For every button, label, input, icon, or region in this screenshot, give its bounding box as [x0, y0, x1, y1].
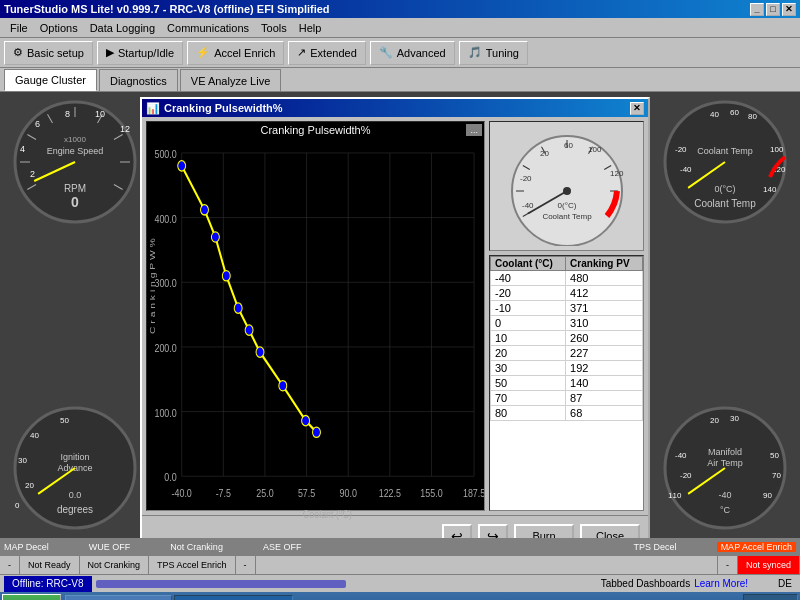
- not-cranking-cell: Not Cranking: [80, 556, 150, 574]
- map-decel-value: -: [0, 556, 20, 574]
- mini-coolant-gauge: -40 -20 20 60 100 120 0(°C) Coolant Temp: [489, 121, 644, 251]
- start-button[interactable]: ⊞ Start: [2, 594, 61, 600]
- table-cell: 227: [566, 346, 643, 361]
- svg-text:-20: -20: [680, 471, 692, 480]
- advanced-label: Advanced: [397, 47, 446, 59]
- advanced-button[interactable]: 🔧 Advanced: [370, 41, 455, 65]
- chart-title: Cranking Pulsewidth%: [147, 122, 484, 138]
- modal-chart-area: Cranking Pulsewidth% ...: [142, 117, 648, 515]
- modal-title-bar: 📊 Cranking Pulsewidth% ✕: [142, 99, 648, 117]
- svg-text:4: 4: [20, 144, 25, 154]
- svg-text:90.0: 90.0: [340, 487, 358, 499]
- svg-text:°C: °C: [720, 505, 731, 515]
- tabbed-dashboards-label: Tabbed Dashboards: [601, 578, 691, 589]
- indicator-row-2: - Not Ready Not Cranking TPS Accel Enric…: [0, 556, 800, 574]
- svg-point-90: [201, 205, 209, 215]
- maximize-button[interactable]: □: [766, 3, 780, 16]
- menu-file[interactable]: File: [4, 21, 34, 35]
- modal-body: Cranking Pulsewidth% ...: [142, 117, 648, 538]
- svg-text:60: 60: [564, 141, 573, 150]
- not-synced-cell: Not synced: [738, 556, 800, 574]
- svg-text:90: 90: [763, 491, 772, 500]
- table-cell: 192: [566, 361, 643, 376]
- extended-label: Extended: [310, 47, 356, 59]
- wue-off-indicator: WUE OFF: [89, 542, 131, 552]
- close-button[interactable]: ✕: [782, 3, 796, 16]
- extended-button[interactable]: ↗ Extended: [288, 41, 365, 65]
- svg-text:300.0: 300.0: [154, 277, 177, 289]
- svg-text:degrees: degrees: [57, 504, 93, 515]
- svg-text:x1000: x1000: [64, 135, 86, 144]
- svg-text:0.0: 0.0: [164, 471, 177, 483]
- svg-text:Coolant Temp: Coolant Temp: [542, 212, 592, 221]
- svg-text:60: 60: [730, 108, 739, 117]
- ase-off-value: -: [236, 556, 256, 574]
- ase-off-indicator: ASE OFF: [263, 542, 302, 552]
- tab-ve-analyze-live[interactable]: VE Analyze Live: [180, 69, 282, 91]
- svg-text:0(°C): 0(°C): [714, 184, 735, 194]
- taskbar-paint[interactable]: 🖌 Unbenannt - Paint: [65, 595, 172, 600]
- burn-button[interactable]: Burn: [514, 524, 574, 539]
- modal-close-button[interactable]: ✕: [630, 102, 644, 115]
- basic-setup-icon: ⚙: [13, 46, 23, 59]
- title-bar-controls: _ □ ✕: [750, 3, 796, 16]
- chart-panel: Cranking Pulsewidth% ...: [146, 121, 485, 511]
- coolant-temp-gauge: Coolant Temp 100 120 140 -20 -40 40 60 8…: [660, 97, 790, 227]
- menu-communications[interactable]: Communications: [161, 21, 255, 35]
- indicator-row-1: MAP Decel WUE OFF Not Cranking ASE OFF T…: [0, 538, 800, 556]
- svg-text:140: 140: [763, 185, 777, 194]
- tab-gauge-cluster[interactable]: Gauge Cluster: [4, 69, 97, 91]
- taskbar-tunerstudio[interactable]: ⚙ TunerStudio MS Lite!: [174, 595, 293, 600]
- svg-point-96: [279, 381, 287, 391]
- table-cell: 371: [566, 301, 643, 316]
- svg-text:120: 120: [610, 169, 624, 178]
- chart-more-button[interactable]: ...: [466, 124, 482, 136]
- modal-title-icon: 📊: [146, 102, 160, 115]
- svg-text:0.0: 0.0: [69, 490, 82, 500]
- table-row: 50140: [491, 376, 643, 391]
- table-header-coolant: Coolant (°C): [491, 257, 566, 271]
- right-panel: -40 -20 20 60 100 120 0(°C) Coolant Temp: [489, 121, 644, 511]
- svg-point-91: [211, 232, 219, 242]
- menu-data-logging[interactable]: Data Logging: [84, 21, 161, 35]
- extended-icon: ↗: [297, 46, 306, 59]
- startup-idle-button[interactable]: ▶ Startup/Idle: [97, 41, 183, 65]
- svg-text:-40: -40: [522, 201, 534, 210]
- connection-status: Offline: RRC-V8: [4, 576, 92, 592]
- svg-text:-20: -20: [675, 145, 687, 154]
- svg-text:0: 0: [71, 194, 79, 210]
- tab-diagnostics[interactable]: Diagnostics: [99, 69, 178, 91]
- tps-accel-enrich-cell: TPS Accel Enrich: [149, 556, 236, 574]
- svg-text:25.0: 25.0: [256, 487, 274, 499]
- svg-text:C r a n k i n g  P W %: C r a n k i n g P W %: [148, 238, 157, 334]
- svg-text:-40.0: -40.0: [172, 487, 193, 499]
- ignition-advance-gauge: Ignition Advance 20 30 40 50 0 0.0 degre…: [10, 403, 140, 533]
- tuning-button[interactable]: 🎵 Tuning: [459, 41, 528, 65]
- basic-setup-button[interactable]: ⚙ Basic setup: [4, 41, 93, 65]
- table-cell: 80: [491, 406, 566, 421]
- table-cell: -20: [491, 286, 566, 301]
- svg-text:122.5: 122.5: [379, 487, 402, 499]
- table-row: 7087: [491, 391, 643, 406]
- svg-text:-40: -40: [680, 165, 692, 174]
- learn-more-link[interactable]: Learn More!: [694, 578, 748, 589]
- svg-text:57.5: 57.5: [298, 487, 316, 499]
- svg-text:Coolant Temp: Coolant Temp: [694, 198, 756, 209]
- menu-help[interactable]: Help: [293, 21, 328, 35]
- svg-text:2: 2: [30, 169, 35, 179]
- tabs-row: Gauge Cluster Diagnostics VE Analyze Liv…: [0, 68, 800, 92]
- accel-enrich-icon: ⚡: [196, 46, 210, 59]
- svg-text:8: 8: [65, 109, 70, 119]
- table-cell: 68: [566, 406, 643, 421]
- table-cell: 480: [566, 271, 643, 286]
- tps-decel-indicator: TPS Decel: [634, 542, 677, 552]
- accel-enrich-button[interactable]: ⚡ Accel Enrich: [187, 41, 284, 65]
- minimize-button[interactable]: _: [750, 3, 764, 16]
- svg-text:10: 10: [95, 109, 105, 119]
- menu-options[interactable]: Options: [34, 21, 84, 35]
- svg-text:20: 20: [710, 416, 719, 425]
- menu-tools[interactable]: Tools: [255, 21, 293, 35]
- main-content: x1000 Engine Speed 2 4 6 8: [0, 92, 800, 538]
- svg-text:30: 30: [730, 414, 739, 423]
- close-dialog-button[interactable]: Close: [580, 524, 640, 539]
